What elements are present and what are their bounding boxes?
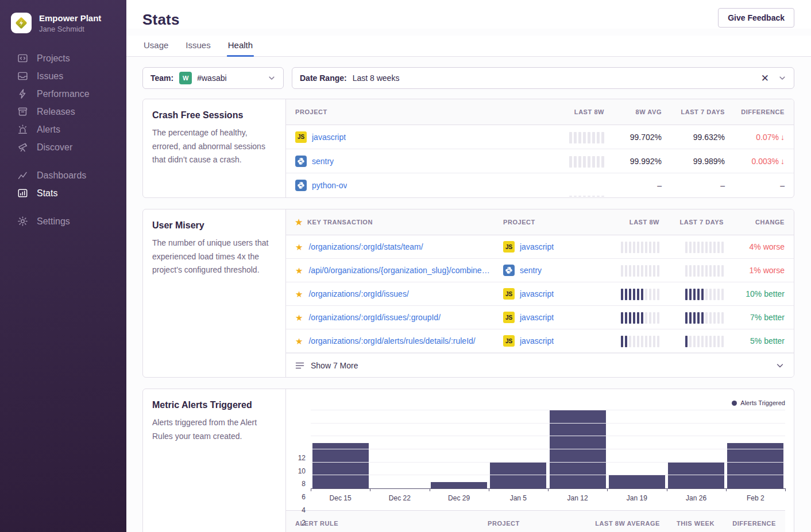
sparkline-bar: [701, 336, 704, 347]
sparkline-bar: [583, 196, 586, 197]
sparkline-last-8w: [535, 155, 604, 168]
sidebar-item-projects[interactable]: Projects: [0, 49, 126, 67]
org-logo-icon: [11, 13, 32, 33]
sparkline-last-8w: [535, 131, 604, 143]
project-link[interactable]: sentry: [520, 266, 542, 275]
star-icon[interactable]: ★: [295, 313, 303, 322]
sidebar-item-performance[interactable]: Performance: [0, 85, 126, 103]
col-project: PROJECT: [503, 219, 596, 226]
team-select[interactable]: Team: W #wasabi: [142, 67, 284, 89]
tab-health[interactable]: Health: [227, 36, 254, 56]
user-misery-table: ★KEY TRANSACTION PROJECT LAST 8W LAST 7 …: [286, 209, 794, 377]
show-more-button[interactable]: Show 7 More: [286, 353, 794, 377]
y-axis-label: 12: [286, 454, 306, 462]
date-range-select[interactable]: Date Range: Last 8 weeks ✕: [292, 67, 794, 89]
sidebar-item-issues[interactable]: Issues: [0, 67, 126, 85]
sparkline-last-8w: [596, 240, 659, 253]
x-axis-tick: [726, 488, 727, 491]
sidebar-item-label: Projects: [37, 53, 70, 64]
project-link[interactable]: javascript: [312, 133, 346, 142]
star-icon[interactable]: ★: [295, 337, 303, 345]
table-row: ★ /organizations/:orgId/issues/ JS javas…: [286, 282, 794, 306]
sparkline-bar: [592, 156, 595, 168]
sparkline-bar: [637, 265, 639, 277]
sidebar-item-releases[interactable]: Releases: [0, 103, 126, 121]
y-axis-label: 6: [286, 493, 306, 501]
star-icon[interactable]: ★: [295, 243, 303, 251]
x-axis: Dec 15Dec 22Dec 29Jan 5Jan 12Jan 19Jan 2…: [311, 494, 785, 502]
sparkline-bar: [629, 242, 631, 253]
transaction-link[interactable]: /organizations/:orgId/stats/team/: [308, 242, 423, 251]
chart-legend[interactable]: Alerts Triggered: [732, 399, 785, 406]
projects-icon: [17, 53, 28, 64]
project-link[interactable]: javascript: [520, 313, 554, 322]
sparkline-bar: [713, 312, 716, 324]
transaction-link[interactable]: /organizations/:orgId/issues/:groupId/: [308, 313, 441, 322]
y-axis-label: 2: [286, 519, 306, 527]
tab-usage[interactable]: Usage: [142, 36, 169, 56]
sparkline-bar: [625, 312, 627, 324]
project-link[interactable]: python-ov: [312, 181, 347, 190]
x-axis-label: Jan 5: [489, 494, 548, 502]
star-icon[interactable]: ★: [295, 266, 303, 275]
sparkline-bar: [653, 336, 655, 347]
transaction-link[interactable]: /organizations/:orgId/alerts/rules/detai…: [308, 336, 475, 345]
javascript-platform-icon: JS: [295, 131, 307, 143]
sparkline-bar: [649, 265, 651, 277]
sparkline-bar: [701, 289, 704, 300]
sidebar-item-stats[interactable]: Stats: [0, 184, 126, 202]
org-switcher[interactable]: Empower Plant Jane Schmidt: [0, 13, 126, 33]
x-axis-label: Dec 15: [311, 494, 370, 502]
sparkline-bar: [709, 289, 712, 300]
sparkline-bar: [697, 312, 700, 324]
y-axis-label: 8: [286, 480, 306, 488]
table-header: ★KEY TRANSACTION PROJECT LAST 8W LAST 7 …: [286, 209, 794, 235]
sidebar-item-label: Releases: [37, 107, 75, 117]
sparkline-last-7-days: [659, 240, 724, 253]
gridline: [311, 423, 785, 424]
sparkline-bar: [633, 289, 635, 300]
sparkline-bar: [705, 265, 708, 277]
legend-dot-icon: [732, 401, 737, 406]
close-icon[interactable]: ✕: [761, 73, 769, 83]
chevron-down-icon: [775, 361, 785, 370]
sparkline-last-8w: [535, 179, 604, 192]
sidebar-item-settings[interactable]: Settings: [0, 212, 126, 230]
transaction-link[interactable]: /api/0/organizations/{organization_slug}…: [308, 266, 489, 275]
col-difference: DIFFERENCE: [715, 520, 776, 527]
sparkline-bar: [633, 336, 635, 347]
sparkline-bar: [597, 156, 600, 168]
sparkline-bar: [641, 336, 643, 347]
sparkline-bar: [625, 242, 627, 253]
sparkline-bar: [697, 289, 700, 300]
sparkline-bar: [693, 242, 696, 253]
give-feedback-button[interactable]: Give Feedback: [718, 8, 794, 28]
alerts-chart-plot: [311, 411, 785, 489]
transaction-link[interactable]: /organizations/:orgId/issues/: [308, 289, 408, 298]
table-row: ★ /organizations/:orgId/issues/:groupId/…: [286, 306, 794, 329]
col-project: PROJECT: [295, 108, 535, 115]
col-last-8w: LAST 8W: [596, 219, 659, 226]
sparkline-bar: [574, 196, 577, 197]
project-link[interactable]: javascript: [520, 336, 554, 345]
sparkline-bar: [592, 132, 595, 143]
star-icon[interactable]: ★: [295, 290, 303, 298]
sparkline-bar: [637, 242, 639, 253]
arrow-down-icon: ↓: [781, 133, 785, 142]
sparkline-bar: [629, 312, 631, 324]
chart-bar: [727, 443, 783, 488]
metric-alerts-panel: Metric Alerts Triggered Alerts triggered…: [142, 389, 794, 532]
sparkline-bar: [685, 242, 688, 253]
sidebar-item-dashboards[interactable]: Dashboards: [0, 166, 126, 184]
sidebar-item-alerts[interactable]: Alerts: [0, 121, 126, 138]
chevron-down-icon: [778, 74, 786, 82]
sidebar-item-label: Issues: [37, 71, 63, 81]
sparkline-bar: [693, 312, 696, 324]
sparkline-bar: [645, 289, 647, 300]
project-link[interactable]: sentry: [312, 157, 334, 166]
tab-issues[interactable]: Issues: [184, 36, 211, 56]
sidebar-item-discover[interactable]: Discover: [0, 138, 126, 156]
project-link[interactable]: javascript: [520, 289, 554, 298]
sparkline-bar: [645, 312, 647, 324]
project-link[interactable]: javascript: [520, 242, 554, 251]
